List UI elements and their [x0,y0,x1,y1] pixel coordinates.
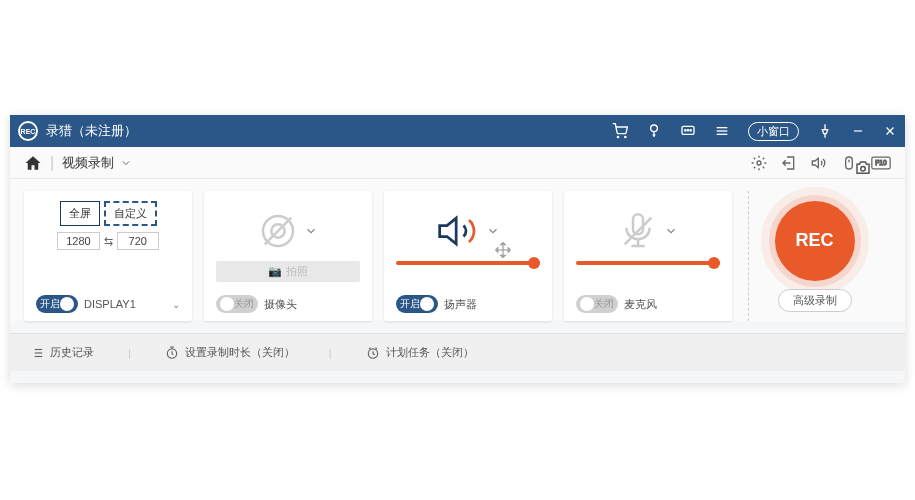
chevron-down-icon[interactable] [304,224,318,238]
svg-point-13 [757,161,761,165]
svg-point-1 [625,136,626,137]
height-input[interactable]: 720 [117,232,159,250]
history-button[interactable]: 历史记录 [30,345,94,360]
speaker-icon [436,209,480,253]
svg-text:F10: F10 [875,159,887,166]
speaker-toggle[interactable]: 开启 [396,295,438,313]
clock-icon [366,346,380,360]
screen-toggle[interactable]: 开启 [36,295,78,313]
footer: 历史记录 | 设置录制时长（关闭） | 计划任务（关闭） [10,333,905,371]
main-panel: 全屏 自定义 1280 ⇆ 720 开启 DISPLAY1 ⌄ [10,179,905,321]
gear-icon[interactable] [751,155,767,171]
camera-off-icon [258,211,298,251]
svg-point-2 [651,125,658,132]
schedule-button[interactable]: 计划任务（关闭） [366,345,474,360]
timer-icon [165,346,179,360]
speaker-volume-slider[interactable] [396,261,540,265]
move-icon[interactable] [494,241,512,259]
menu-icon[interactable] [714,123,730,139]
chevron-down-icon[interactable]: ⌄ [172,299,180,310]
chevron-down-icon[interactable] [120,157,132,169]
speaker-label: 扬声器 [444,297,477,312]
screen-card: 全屏 自定义 1280 ⇆ 720 开启 DISPLAY1 ⌄ [24,191,192,321]
svg-marker-22 [440,218,457,244]
record-zone: REC 高级录制 [748,191,880,321]
mic-card: 关闭 麦克风 [564,191,732,321]
advanced-record-button[interactable]: 高级录制 [778,289,852,312]
cart-icon[interactable] [612,123,628,139]
svg-point-0 [617,136,618,137]
svg-point-6 [690,130,691,131]
pin-icon[interactable] [817,123,833,139]
divider: | [50,154,54,172]
link-icon[interactable]: ⇆ [104,235,113,248]
app-logo-icon: REC [18,121,38,141]
display-selector[interactable]: DISPLAY1 [84,298,136,310]
svg-marker-14 [812,158,818,167]
camera-toggle[interactable]: 关闭 [216,295,258,313]
width-input[interactable]: 1280 [57,232,99,250]
capture-button: 📷 拍照 [216,261,360,282]
duration-button[interactable]: 设置录制时长（关闭） [165,345,295,360]
custom-size-button[interactable]: 自定义 [104,201,157,226]
chat-icon[interactable] [680,123,696,139]
home-icon[interactable] [24,154,42,172]
fullscreen-button[interactable]: 全屏 [60,201,100,226]
export-icon[interactable] [781,155,797,171]
svg-line-21 [265,218,292,245]
titlebar: REC 录猎（未注册） 小窗口 [10,115,905,147]
app-title: 录猎（未注册） [46,122,612,140]
chevron-down-icon[interactable] [664,224,678,238]
svg-rect-15 [846,157,853,169]
hotkey-icon[interactable]: F10 [871,156,891,170]
svg-point-27 [861,167,866,172]
app-window: REC 录猎（未注册） 小窗口 | 视频录制 F10 [10,115,905,383]
close-icon[interactable] [883,124,897,138]
mini-window-button[interactable]: 小窗口 [748,122,799,141]
svg-point-4 [685,130,686,131]
sound-icon[interactable] [811,155,827,171]
camera-label: 摄像头 [264,297,297,312]
speaker-card: 开启 扬声器 [384,191,552,321]
mic-volume-slider[interactable] [576,261,720,265]
key-icon[interactable] [646,123,662,139]
chevron-down-icon[interactable] [486,224,500,238]
minimize-icon[interactable] [851,124,865,138]
mic-off-icon [618,211,658,251]
record-button[interactable]: REC [775,201,855,281]
svg-point-5 [687,130,688,131]
toolbar: | 视频录制 F10 [10,147,905,179]
mic-label: 麦克风 [624,297,657,312]
mic-toggle[interactable]: 关闭 [576,295,618,313]
list-icon [30,346,44,360]
tab-video-record[interactable]: 视频录制 [62,154,114,172]
screenshot-icon[interactable] [854,159,872,177]
camera-card: 📷 拍照 关闭 摄像头 [204,191,372,321]
